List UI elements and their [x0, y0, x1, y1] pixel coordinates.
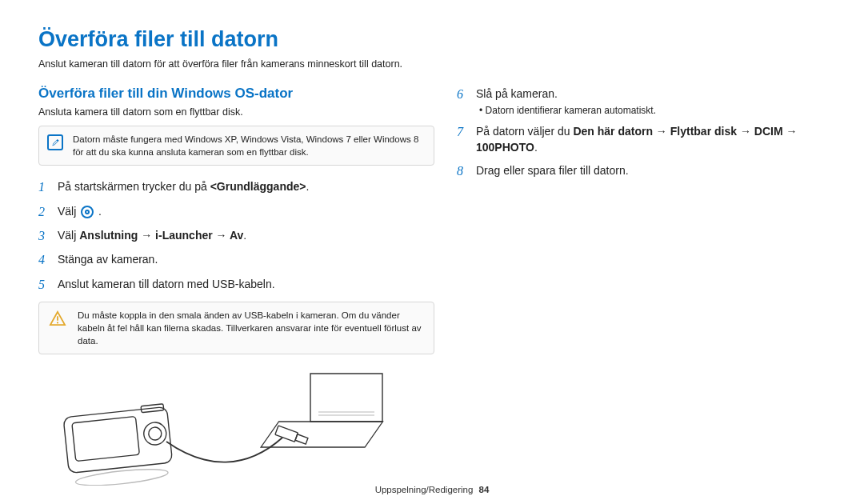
content-columns: Överföra filer till din Windows OS-dator… [38, 86, 826, 486]
left-column: Överföra filer till din Windows OS-dator… [38, 86, 434, 486]
svg-rect-9 [295, 434, 308, 444]
step-text-post: . [95, 205, 102, 218]
section-heading: Överföra filer till din Windows OS-dator [38, 86, 434, 102]
page-intro: Anslut kameran till datorn för att överf… [38, 58, 826, 70]
page-number: 84 [479, 485, 490, 494]
step-text: Välj Anslutning → i-Launcher → Av. [58, 227, 434, 244]
list-item: 4 Stänga av kameran. [38, 251, 434, 269]
warning-icon [49, 310, 66, 330]
camera-laptop-illustration [46, 366, 390, 486]
steps-list-left: 1 På startskärmen trycker du på <Grundlä… [38, 178, 434, 294]
step-text-pre: Välj [58, 205, 79, 218]
list-item: 7 På datorn väljer du Den här datorn → F… [457, 123, 826, 155]
svg-rect-8 [275, 426, 298, 442]
list-item: 8 Drag eller spara filer till datorn. [457, 162, 826, 180]
svg-point-5 [148, 427, 162, 442]
step-text-pre: På datorn väljer du [476, 125, 573, 138]
svg-point-1 [57, 322, 58, 324]
list-item: 6 Slå på kameran. Datorn identifierar ka… [457, 86, 826, 117]
step-number: 3 [38, 227, 50, 245]
step-text-bold: <Grundläggande> [210, 180, 306, 193]
step-number: 5 [38, 276, 50, 294]
info-note-box: Datorn måste fungera med Windows XP, Win… [38, 126, 434, 166]
list-item: 1 På startskärmen trycker du på <Grundlä… [38, 178, 434, 196]
step-text-post: . [306, 180, 309, 193]
note-icon [47, 134, 63, 150]
step-text: Drag eller spara filer till datorn. [476, 162, 826, 179]
step-text-pre: På startskärmen trycker du på [58, 180, 210, 193]
warning-box: Du måste koppla in den smala änden av US… [38, 302, 434, 354]
page-title: Överföra filer till datorn [38, 27, 826, 52]
svg-rect-3 [72, 417, 140, 462]
step-number: 6 [457, 86, 468, 103]
step-text-post: . [534, 141, 538, 154]
page-footer: Uppspelning/Redigering 84 [0, 485, 864, 494]
step-text: Stänga av kameran. [58, 251, 434, 268]
step-number: 8 [457, 162, 468, 180]
list-item: 3 Välj Anslutning → i-Launcher → Av. [38, 227, 434, 245]
step-number: 4 [38, 251, 50, 269]
svg-point-7 [75, 466, 169, 486]
step-text: På datorn väljer du Den här datorn → Fly… [476, 123, 826, 155]
step-text-post: . [243, 229, 246, 242]
step-text-main: Slå på kameran. [476, 87, 558, 100]
warning-text: Du måste koppla in den smala änden av US… [78, 310, 422, 346]
footer-section: Uppspelning/Redigering [375, 485, 474, 494]
step-text: Slå på kameran. Datorn identifierar kame… [476, 86, 826, 117]
step-text-bold: Anslutning → i-Launcher → Av [79, 229, 243, 242]
step-text: Välj . [58, 203, 434, 220]
note-text: Datorn måste fungera med Windows XP, Win… [73, 134, 418, 157]
step-number: 1 [38, 178, 50, 196]
section-intro: Ansluta kamera till datorn som en flyttb… [38, 106, 434, 118]
steps-list-right: 6 Slå på kameran. Datorn identifierar ka… [457, 86, 826, 180]
step-text: På startskärmen trycker du på <Grundlägg… [58, 178, 434, 195]
list-item: 2 Välj . [38, 203, 434, 221]
list-item: 5 Anslut kameran till datorn med USB-kab… [38, 276, 434, 294]
step-number: 2 [38, 203, 50, 221]
step-sub-bullet: Datorn identifierar kameran automatiskt. [479, 104, 826, 118]
settings-gear-icon [81, 206, 94, 218]
svg-point-4 [142, 422, 167, 446]
step-number: 7 [457, 123, 468, 141]
right-column: 6 Slå på kameran. Datorn identifierar ka… [457, 86, 826, 486]
step-text: Anslut kameran till datorn med USB-kabel… [58, 276, 434, 293]
step-text-pre: Välj [58, 229, 79, 242]
